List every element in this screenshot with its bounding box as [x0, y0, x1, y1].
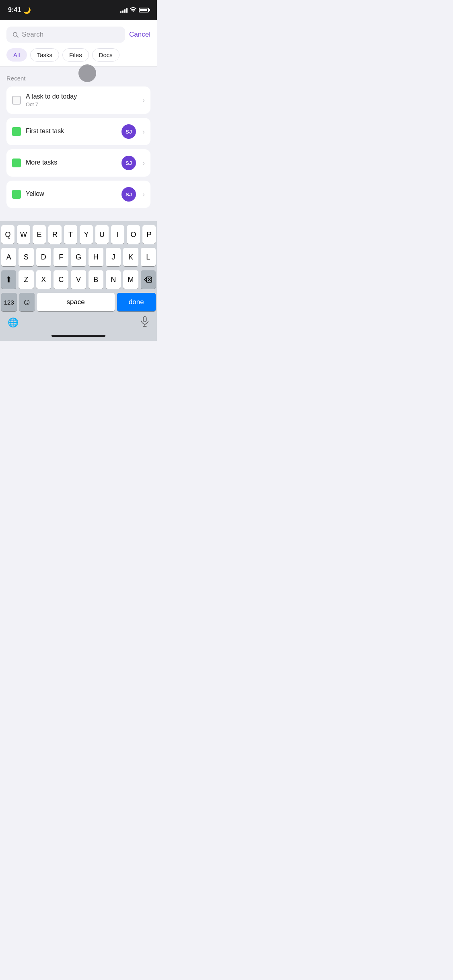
- task-date: Oct 7: [26, 101, 145, 107]
- search-header: Cancel All Tasks Files Docs: [0, 20, 157, 67]
- key-h[interactable]: H: [89, 248, 103, 266]
- battery-icon: [139, 8, 149, 12]
- done-key[interactable]: done: [117, 293, 156, 311]
- key-o[interactable]: O: [127, 225, 140, 244]
- status-bar: 9:41 🌙: [0, 0, 157, 20]
- green-square-icon: [12, 127, 21, 136]
- space-key[interactable]: space: [37, 293, 115, 311]
- svg-line-2: [16, 36, 18, 37]
- avatar: SJ: [121, 124, 136, 139]
- task-title: A task to do today: [26, 93, 145, 100]
- green-square-icon: [12, 190, 21, 199]
- key-w[interactable]: W: [17, 225, 30, 244]
- home-bar: [51, 335, 105, 337]
- avatar: SJ: [121, 156, 136, 170]
- chevron-right-icon: ›: [142, 190, 145, 199]
- key-s[interactable]: S: [19, 248, 33, 266]
- filter-all[interactable]: All: [6, 48, 27, 62]
- cancel-button[interactable]: Cancel: [129, 31, 150, 39]
- key-k[interactable]: K: [123, 248, 138, 266]
- keyboard-extras: 🌐: [1, 314, 156, 331]
- keyboard-row-2: A S D F G H J K L: [1, 248, 156, 266]
- keyboard-row-3: ⬆ Z X C V B N M: [1, 270, 156, 289]
- chevron-right-icon: ›: [142, 128, 145, 136]
- wifi-icon: [130, 7, 136, 13]
- filter-pills: All Tasks Files Docs: [6, 48, 150, 62]
- chevron-right-icon: ›: [142, 159, 145, 167]
- key-a[interactable]: A: [1, 248, 16, 266]
- shift-key[interactable]: ⬆: [1, 270, 16, 289]
- search-input[interactable]: [22, 31, 119, 39]
- list-item[interactable]: Yellow SJ ›: [6, 181, 150, 208]
- key-b[interactable]: B: [89, 270, 103, 289]
- keyboard: Q W E R T Y U I O P A S D F G H J K L ⬆ …: [0, 221, 157, 332]
- filter-docs[interactable]: Docs: [92, 48, 119, 62]
- key-x[interactable]: X: [36, 270, 51, 289]
- globe-icon[interactable]: 🌐: [8, 317, 19, 328]
- avatar: SJ: [121, 187, 136, 202]
- key-n[interactable]: N: [106, 270, 121, 289]
- list-item[interactable]: First test task SJ ›: [6, 118, 150, 145]
- task-title: First test task: [26, 128, 117, 135]
- signal-icon: [120, 7, 128, 13]
- task-title: More tasks: [26, 159, 117, 166]
- filter-files[interactable]: Files: [62, 48, 89, 62]
- mic-icon[interactable]: [140, 316, 149, 329]
- key-t[interactable]: T: [64, 225, 77, 244]
- task-info: First test task: [26, 128, 117, 136]
- search-input-container[interactable]: [6, 27, 125, 43]
- home-indicator: [0, 332, 157, 341]
- keyboard-row-4: 123 ☺ space done: [1, 293, 156, 311]
- status-bar-right: [120, 7, 149, 13]
- emoji-key[interactable]: ☺: [19, 293, 35, 311]
- task-info: More tasks: [26, 159, 117, 167]
- time-display: 9:41: [8, 6, 21, 14]
- backspace-key[interactable]: [141, 270, 156, 289]
- key-c[interactable]: C: [54, 270, 68, 289]
- key-e[interactable]: E: [33, 225, 46, 244]
- key-y[interactable]: Y: [80, 225, 93, 244]
- key-d[interactable]: D: [36, 248, 51, 266]
- key-l[interactable]: L: [141, 248, 156, 266]
- green-square-icon: [12, 159, 21, 167]
- key-v[interactable]: V: [71, 270, 86, 289]
- key-u[interactable]: U: [95, 225, 109, 244]
- key-m[interactable]: M: [123, 270, 138, 289]
- key-q[interactable]: Q: [1, 225, 14, 244]
- chevron-right-icon: ›: [142, 96, 145, 105]
- search-bar-row: Cancel: [6, 27, 150, 43]
- svg-point-0: [133, 11, 134, 12]
- filter-tasks[interactable]: Tasks: [30, 48, 59, 62]
- key-f[interactable]: F: [54, 248, 68, 266]
- key-z[interactable]: Z: [19, 270, 33, 289]
- key-p[interactable]: P: [142, 225, 156, 244]
- key-i[interactable]: I: [111, 225, 124, 244]
- status-bar-left: 9:41 🌙: [8, 6, 31, 14]
- svg-rect-6: [143, 317, 146, 322]
- key-g[interactable]: G: [71, 248, 86, 266]
- key-j[interactable]: J: [106, 248, 121, 266]
- key-r[interactable]: R: [48, 225, 62, 244]
- num-key[interactable]: 123: [1, 293, 17, 311]
- list-item[interactable]: More tasks SJ ›: [6, 149, 150, 177]
- list-item[interactable]: A task to do today Oct 7 ›: [6, 86, 150, 114]
- task-info: A task to do today Oct 7: [26, 93, 145, 107]
- task-checkbox[interactable]: [12, 96, 21, 105]
- main-content: Cancel All Tasks Files Docs Recent A tas…: [0, 20, 157, 221]
- recent-section: Recent A task to do today Oct 7 › First …: [0, 67, 157, 215]
- task-info: Yellow: [26, 190, 117, 199]
- search-icon: [12, 31, 19, 38]
- keyboard-row-1: Q W E R T Y U I O P: [1, 225, 156, 244]
- task-title: Yellow: [26, 190, 117, 198]
- drag-bubble[interactable]: [78, 64, 96, 82]
- moon-icon: 🌙: [23, 6, 31, 14]
